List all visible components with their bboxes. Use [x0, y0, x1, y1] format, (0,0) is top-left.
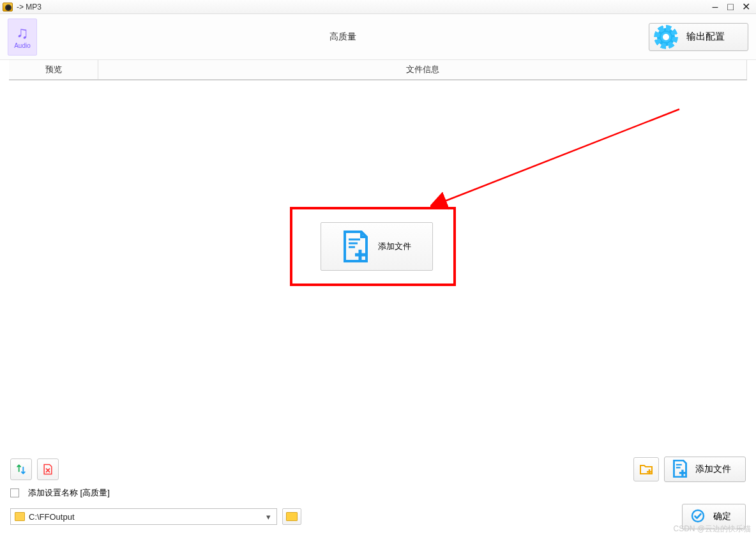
folder-icon — [286, 512, 298, 521]
add-file-button[interactable]: 添加文件 — [664, 457, 746, 482]
quality-label: 高质量 — [37, 31, 649, 43]
window-title: -> MP3 — [17, 3, 42, 11]
confirm-button[interactable]: 确定 — [682, 504, 746, 529]
chevron-down-icon[interactable]: ▾ — [262, 512, 274, 522]
add-setting-name-checkbox-row[interactable]: 添加设置名称 [高质量] — [10, 487, 746, 499]
tab-preview[interactable]: 预览 — [9, 60, 98, 79]
output-path-combo[interactable]: C:\FFOutput ▾ — [10, 508, 277, 525]
tab-file-info[interactable]: 文件信息 — [98, 60, 747, 79]
app-icon — [3, 3, 13, 11]
browse-output-folder-button[interactable] — [282, 508, 301, 525]
confirm-label: 确定 — [713, 511, 731, 522]
add-file-center-button[interactable]: 添加文件 — [321, 222, 433, 271]
gear-icon — [657, 28, 675, 46]
document-remove-icon — [42, 463, 54, 476]
checkbox-icon — [10, 488, 19, 497]
window-titlebar: -> MP3 – □ ✕ — [0, 0, 756, 14]
folder-plus-icon — [639, 462, 654, 477]
arrows-up-down-icon — [15, 463, 27, 476]
music-note-icon: ♫ — [16, 24, 29, 41]
output-config-label: 输出配置 — [686, 31, 725, 43]
remove-file-button[interactable] — [37, 458, 59, 480]
output-config-button[interactable]: 输出配置 — [649, 23, 748, 51]
format-label: Audio — [14, 42, 31, 49]
add-setting-name-label: 添加设置名称 [高质量] — [28, 487, 110, 499]
minimize-button[interactable]: – — [707, 1, 723, 13]
maximize-button[interactable]: □ — [723, 1, 738, 13]
document-plus-small-icon — [672, 460, 688, 480]
add-file-center-label: 添加文件 — [378, 241, 411, 252]
annotation-arrow — [430, 106, 686, 234]
output-format-badge[interactable]: ♫ Audio — [8, 19, 37, 56]
file-list-area: 添加文件 — [9, 80, 747, 425]
output-path-value: C:\FFOutput — [29, 512, 262, 522]
add-folder-button[interactable] — [633, 457, 659, 481]
bottom-panel: 添加文件 添加设置名称 [高质量] C:\FFOutput ▾ 确定 — [0, 445, 756, 537]
check-circle-icon — [690, 508, 706, 526]
add-file-label: 添加文件 — [695, 464, 731, 475]
svg-line-0 — [443, 109, 679, 202]
top-toolbar: ♫ Audio 高质量 输出配置 — [0, 14, 756, 60]
close-button[interactable]: ✕ — [738, 1, 753, 13]
tab-header: 预览 文件信息 — [9, 60, 747, 80]
move-up-down-button[interactable] — [10, 458, 32, 480]
folder-small-icon — [15, 512, 25, 521]
document-plus-icon — [342, 231, 369, 262]
